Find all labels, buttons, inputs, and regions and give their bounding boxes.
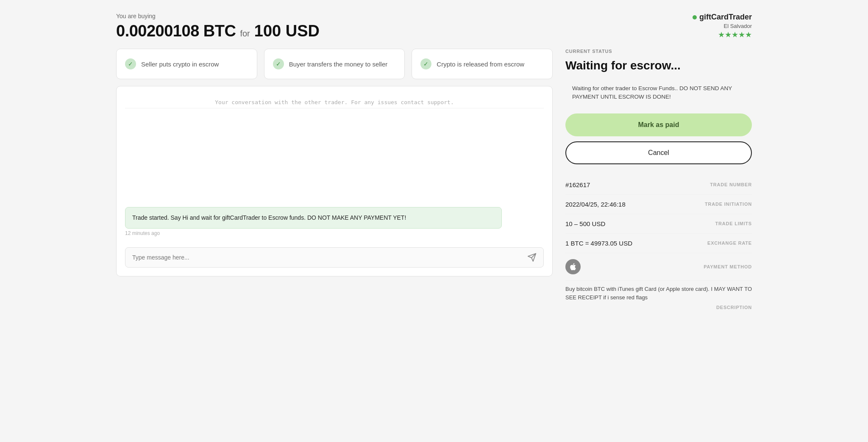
chat-panel: Your conversation with the other trader.… (116, 86, 553, 276)
description-section: Buy bitcoin BTC with iTunes gift Card (o… (565, 281, 752, 315)
status-title: Waiting for escrow... (565, 59, 752, 72)
chat-time: 12 minutes ago (125, 230, 544, 236)
mark-paid-button[interactable]: Mark as paid (565, 113, 752, 136)
step-label-1: Seller puts crypto in escrow (141, 60, 219, 69)
exchange-rate-label: EXCHANGE RATE (707, 240, 752, 246)
trade-initiation-label: TRADE INITIATION (705, 202, 752, 207)
left-panel: ✓ Seller puts crypto in escrow ✓ Buyer t… (116, 49, 553, 276)
chat-input[interactable] (132, 254, 523, 261)
trade-amount: 0.00200108 BTC (116, 22, 236, 40)
step-label-3: Crypto is released from escrow (437, 60, 524, 69)
chat-messages: Trade started. Say Hi and wait for giftC… (125, 115, 544, 240)
buying-label: You are buying (116, 13, 320, 19)
page-wrapper: You are buying 0.00200108 BTC for 100 US… (116, 13, 752, 314)
right-panel: CURRENT STATUS Waiting for escrow... Wai… (565, 49, 752, 314)
trade-number-value: #162617 (565, 181, 590, 188)
trader-info: giftCardTrader El Salvador ★★★★★ (693, 13, 752, 39)
trade-limits-value: 10 – 500 USD (565, 220, 605, 227)
step-card-1: ✓ Seller puts crypto in escrow (116, 49, 257, 79)
send-icon (527, 253, 537, 262)
step-check-3: ✓ (420, 58, 431, 69)
trader-stars: ★★★★★ (693, 30, 752, 39)
trade-limits-label: TRADE LIMITS (715, 221, 752, 226)
trade-for: for (240, 29, 250, 39)
trade-header: You are buying 0.00200108 BTC for 100 US… (116, 13, 320, 40)
chat-input-row[interactable] (125, 247, 544, 268)
trade-initiation-row: 2022/04/25, 22:46:18 TRADE INITIATION (565, 195, 752, 214)
step-label-2: Buyer transfers the money to seller (289, 60, 388, 69)
trade-number-row: #162617 TRADE NUMBER (565, 175, 752, 195)
main-content: ✓ Seller puts crypto in escrow ✓ Buyer t… (116, 49, 752, 314)
steps-row: ✓ Seller puts crypto in escrow ✓ Buyer t… (116, 49, 553, 79)
chat-hint: Your conversation with the other trader.… (125, 95, 544, 108)
trade-fiat: 100 USD (254, 22, 320, 40)
current-status-label: CURRENT STATUS (565, 49, 752, 54)
exchange-rate-row: 1 BTC = 49973.05 USD EXCHANGE RATE (565, 234, 752, 253)
trader-location: El Salvador (693, 23, 752, 29)
step-check-2: ✓ (273, 58, 284, 69)
trade-number-label: TRADE NUMBER (710, 182, 752, 187)
trade-title: 0.00200108 BTC for 100 USD (116, 22, 320, 40)
online-indicator (693, 15, 697, 19)
trader-name[interactable]: giftCardTrader (699, 13, 752, 22)
payment-method-row: PAYMENT METHOD (565, 253, 752, 281)
step-card-2: ✓ Buyer transfers the money to seller (264, 49, 405, 79)
payment-method-label: PAYMENT METHOD (704, 264, 752, 269)
description-text: Buy bitcoin BTC with iTunes gift Card (o… (565, 285, 752, 303)
apple-payment-icon (565, 259, 581, 274)
trade-limits-row: 10 – 500 USD TRADE LIMITS (565, 214, 752, 234)
send-button[interactable] (527, 253, 537, 262)
exchange-rate-value: 1 BTC = 49973.05 USD (565, 240, 632, 247)
step-card-3: ✓ Crypto is released from escrow (412, 49, 553, 79)
trade-initiation-value: 2022/04/25, 22:46:18 (565, 201, 626, 208)
step-check-1: ✓ (125, 58, 136, 69)
status-section: CURRENT STATUS Waiting for escrow... Wai… (565, 49, 752, 164)
description-tag: DESCRIPTION (565, 305, 752, 310)
escrow-warning: Waiting for other trader to Escrow Funds… (565, 77, 752, 108)
chat-bubble: Trade started. Say Hi and wait for giftC… (125, 207, 502, 229)
top-bar: You are buying 0.00200108 BTC for 100 US… (116, 13, 752, 40)
trade-details: #162617 TRADE NUMBER 2022/04/25, 22:46:1… (565, 175, 752, 315)
cancel-button[interactable]: Cancel (565, 141, 752, 164)
trader-name-row: giftCardTrader (693, 13, 752, 22)
